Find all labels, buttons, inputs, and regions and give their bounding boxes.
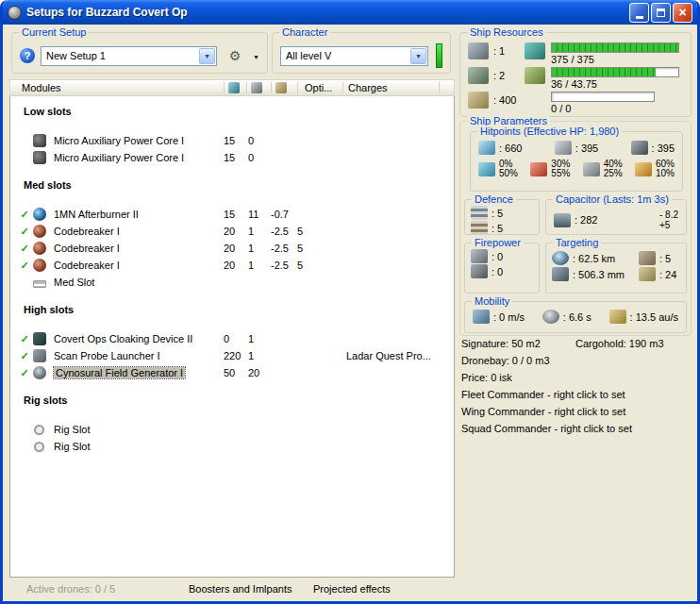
column-modules[interactable]: Modules <box>22 82 61 93</box>
setup-select[interactable]: New Setup 1 ▼ <box>41 46 217 66</box>
module-name: Med Slot <box>54 277 224 288</box>
titlebar[interactable]: Setups for Buzzard Covert Op × <box>3 0 697 25</box>
module-row-low-1[interactable]: Micro Auxiliary Power Core I 15 0 <box>10 132 454 149</box>
module-row-empty-med-slot[interactable]: Med Slot <box>10 274 454 291</box>
signature-value: Signature: 50 m2 <box>461 338 541 349</box>
module-row-cyno-generator[interactable]: ✓ Cynosural Field Generator I 50 20 <box>10 364 454 381</box>
module-row-rig-1[interactable]: Rig Slot <box>10 421 454 438</box>
cpu-column-icon[interactable] <box>228 82 240 93</box>
column-charges[interactable]: Charges <box>348 82 388 93</box>
hitpoints-label: Hitpoints (Effective HP: 1,980) <box>477 126 622 137</box>
check-icon: ✓ <box>16 243 33 255</box>
max-velocity-icon <box>473 310 490 324</box>
mobility-label: Mobility <box>472 295 512 307</box>
character-select-value: All level V <box>281 50 409 61</box>
module-name: Codebreaker I <box>54 226 224 237</box>
max-targets-icon <box>639 251 656 265</box>
column-separator <box>224 82 225 93</box>
armor-repair-icon <box>471 221 488 235</box>
power-core-icon <box>33 151 46 164</box>
capacitor-icon <box>554 213 571 227</box>
column-separator <box>439 82 440 93</box>
charge-name: Ladar Quest Pro... <box>310 350 454 361</box>
launcher-hardpoints-icon <box>468 67 489 84</box>
rig-slot-icon <box>34 425 44 435</box>
module-name: Codebreaker I <box>54 260 224 271</box>
missile-dps-icon <box>471 264 488 278</box>
setup-tools-button[interactable]: ⚙ <box>223 45 247 66</box>
ship-resources-group: Ship Resources : 1 375 / 375 : 2 36 / 43… <box>459 32 692 117</box>
defence-box: Defence : 5 : 5 <box>464 199 540 235</box>
targeting-label: Targeting <box>553 237 601 248</box>
eft-setup-window: Setups for Buzzard Covert Op × Current S… <box>0 0 700 604</box>
empty-slot-icon <box>33 280 46 288</box>
explosive-resist-icon <box>635 162 652 176</box>
calibration-icon <box>468 92 489 109</box>
module-name: Rig Slot <box>54 441 224 452</box>
column-optimal[interactable]: Opti... <box>305 82 332 93</box>
module-row-codebreaker-3[interactable]: ✓ Codebreaker I 20 1 -2.5 5 <box>10 257 454 274</box>
module-row-codebreaker-2[interactable]: ✓ Codebreaker I 20 1 -2.5 5 <box>10 240 454 257</box>
codebreaker-icon <box>33 259 46 272</box>
capacitor-column-icon[interactable] <box>275 82 287 93</box>
rig-slot-icon <box>34 442 44 452</box>
character-group: Character All level V ▼ <box>272 32 451 74</box>
maximize-button[interactable] <box>651 3 671 23</box>
probe-launcher-icon <box>33 349 46 362</box>
module-row-cloak[interactable]: ✓ Covert Ops Cloaking Device II 0 1 <box>10 330 454 347</box>
tab-projected-effects[interactable]: Projected effects <box>313 583 391 595</box>
minimize-icon <box>636 16 643 19</box>
section-med-slots: Med slots <box>10 179 454 194</box>
column-separator <box>246 82 247 93</box>
em-resist-icon <box>478 162 495 176</box>
cpu-icon <box>525 42 545 59</box>
targeting-box: Targeting : 62.5 km : 5 : 506.3 mm : 24 <box>545 243 687 294</box>
tab-active-drones[interactable]: Active drones: 0 / 5 <box>26 583 115 595</box>
dronebay-value: Dronebay: 0 / 0 m3 <box>461 355 550 366</box>
chevron-down-icon[interactable]: ▼ <box>410 48 426 64</box>
targeting-range-icon <box>552 251 569 265</box>
defence-label: Defence <box>472 193 516 205</box>
window-title: Setups for Buzzard Covert Op <box>26 6 625 19</box>
check-icon: ✓ <box>16 226 33 238</box>
check-icon: ✓ <box>16 350 33 362</box>
help-icon[interactable]: ? <box>20 48 35 63</box>
powergrid-column-icon[interactable] <box>251 82 262 93</box>
cloaking-device-icon <box>33 332 46 345</box>
squad-commander-setter[interactable]: Squad Commander - right click to set <box>461 423 632 434</box>
cpu-gauge <box>551 42 679 53</box>
minimize-button[interactable] <box>629 3 649 23</box>
chevron-down-icon[interactable]: ▼ <box>199 48 215 64</box>
tab-boosters-implants[interactable]: Boosters and Imlpants <box>189 583 292 595</box>
setup-tools-dropdown-icon[interactable]: ▼ <box>253 52 259 60</box>
check-icon: ✓ <box>16 367 33 379</box>
module-row-low-2[interactable]: Micro Auxiliary Power Core I 15 0 <box>10 149 454 166</box>
module-row-afterburner[interactable]: ✓ 1MN Afterburner II 15 11 -0.7 <box>10 206 454 223</box>
check-icon: ✓ <box>16 333 33 345</box>
price-value: Price: 0 isk <box>461 372 512 383</box>
column-separator <box>297 82 298 93</box>
scan-resolution-icon <box>552 267 569 281</box>
modules-list: Low slots Micro Auxiliary Power Core I 1… <box>9 96 455 578</box>
module-row-probe-launcher[interactable]: ✓ Scan Probe Launcher I 220 1 Ladar Ques… <box>10 347 454 364</box>
powergrid-gauge <box>551 67 679 77</box>
module-row-codebreaker-1[interactable]: ✓ Codebreaker I 20 1 -2.5 5 <box>10 223 454 240</box>
module-name: Codebreaker I <box>54 243 224 254</box>
check-icon: ✓ <box>16 260 33 272</box>
firepower-label: Firepower <box>472 237 524 248</box>
capacitor-recharge: +5 <box>659 220 678 230</box>
thermal-resist-icon <box>530 162 547 176</box>
warp-speed-icon <box>609 310 626 324</box>
wing-commander-setter[interactable]: Wing Commander - right click to set <box>461 406 625 417</box>
close-button[interactable]: × <box>673 3 692 23</box>
character-select[interactable]: All level V ▼ <box>280 46 428 66</box>
modules-column-header[interactable]: Modules Opti... Charges <box>9 79 455 96</box>
kinetic-resist-icon <box>583 162 600 176</box>
fleet-commander-setter[interactable]: Fleet Commander - right click to set <box>461 389 625 400</box>
column-separator <box>271 82 272 93</box>
module-name: Micro Auxiliary Power Core I <box>54 135 224 146</box>
module-row-rig-2[interactable]: Rig Slot <box>10 438 454 455</box>
power-core-icon <box>33 134 46 147</box>
module-name: Scan Probe Launcher I <box>54 350 224 361</box>
mobility-box: Mobility : 0 m/s : 6.6 s : 13.5 au/s <box>464 301 687 333</box>
